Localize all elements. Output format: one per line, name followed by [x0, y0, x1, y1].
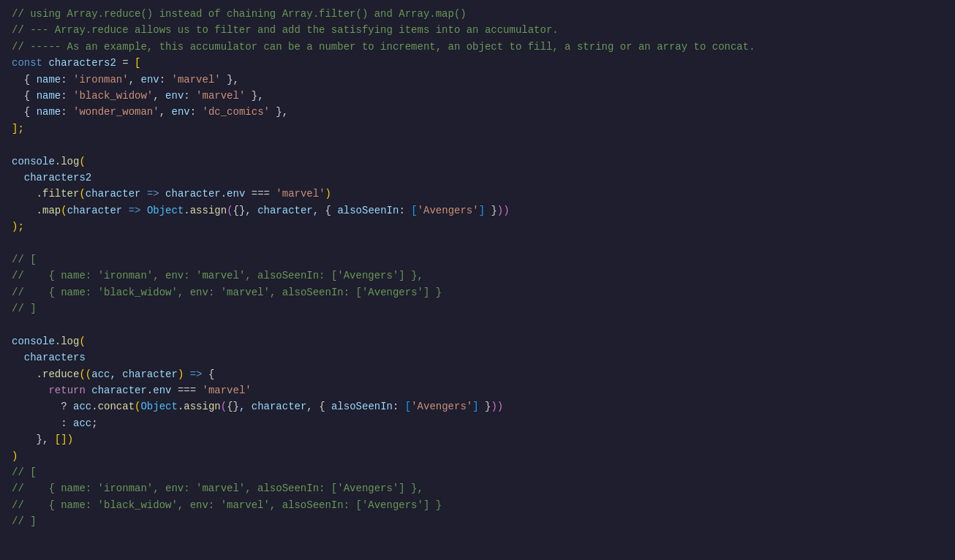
- code-token: env: [190, 284, 208, 300]
- code-token: .: [12, 203, 42, 219]
- code-token: // [: [12, 464, 37, 480]
- code-token: =>: [190, 366, 203, 382]
- code-token: Object: [140, 398, 177, 415]
- code-token: =>: [129, 203, 141, 219]
- code-line: [0, 235, 955, 251]
- code-line: characters2: [0, 170, 955, 186]
- code-token: character: [86, 382, 147, 398]
- code-token: []: [55, 431, 67, 447]
- code-token: },: [12, 431, 55, 447]
- code-token: (: [61, 203, 67, 219]
- code-token: },: [221, 72, 239, 88]
- code-token: {}: [233, 203, 246, 219]
- code-token: log: [61, 154, 79, 170]
- code-token: : 'marvel',: [208, 284, 282, 300]
- code-token: .: [12, 366, 42, 382]
- code-token: name: [61, 284, 86, 300]
- code-token: ((: [79, 366, 91, 382]
- code-token: 'marvel': [276, 186, 325, 202]
- code-token: (: [79, 154, 85, 170]
- code-token: // [: [12, 251, 37, 268]
- code-line: }, []): [0, 431, 955, 447]
- code-token: : ['Avengers'] }: [344, 284, 442, 300]
- code-token: :: [61, 72, 73, 88]
- code-token: [: [405, 398, 411, 415]
- code-token: [12, 104, 24, 120]
- code-token: [140, 186, 146, 202]
- code-line: console.log(: [0, 154, 955, 170]
- code-token: {: [319, 398, 331, 415]
- code-token: const: [12, 55, 42, 71]
- code-line: // ]: [0, 300, 955, 317]
- code-token: .: [178, 398, 184, 415]
- code-line: .reduce((acc, character) => {: [0, 366, 955, 382]
- code-line: return character.env === 'marvel': [0, 382, 955, 398]
- code-token: 'Avengers': [418, 203, 479, 219]
- code-line: [0, 317, 955, 333]
- code-token: .: [55, 333, 61, 349]
- code-token: 'ironman': [73, 72, 129, 88]
- code-token: [12, 382, 48, 398]
- code-token: :: [12, 415, 73, 431]
- code-token: // { name: 'ironman', env: 'marvel', als…: [12, 480, 423, 496]
- code-token: 'dc_comics': [203, 104, 270, 120]
- code-token: acc: [73, 415, 91, 431]
- code-token: {: [24, 88, 37, 104]
- code-token: [12, 88, 24, 104]
- code-token: 'marvel': [172, 72, 221, 88]
- code-token: // ]: [12, 513, 37, 529]
- code-line: ): [0, 448, 955, 464]
- code-token: : 'black_widow',: [86, 284, 190, 300]
- code-token: // ]: [12, 300, 37, 317]
- code-token: (: [79, 186, 85, 202]
- code-token: env: [165, 268, 184, 284]
- code-line: // ----- As an example, this accumulator…: [0, 39, 955, 55]
- code-token: ===: [245, 186, 276, 202]
- code-token: name: [37, 72, 61, 88]
- code-line: // { name: 'black_widow', env: 'marvel',…: [0, 497, 955, 513]
- code-token: 'Avengers': [411, 398, 472, 415]
- code-token: acc, character: [91, 366, 178, 382]
- code-token: .: [221, 186, 227, 202]
- code-token: :: [399, 203, 411, 219]
- code-token: )): [497, 203, 510, 219]
- code-token: : ['Avengers'] },: [319, 268, 423, 284]
- code-token: (: [227, 203, 233, 219]
- code-token: ;: [91, 415, 97, 431]
- code-token: console: [12, 333, 55, 349]
- code-token: {: [203, 366, 215, 382]
- code-token: )): [491, 398, 503, 415]
- code-token: =>: [147, 186, 159, 202]
- code-token: }: [485, 203, 497, 219]
- code-token: (: [79, 333, 85, 349]
- code-token: alsoSeenIn: [331, 398, 393, 415]
- code-token: ,: [129, 72, 141, 88]
- code-token: {: [24, 72, 37, 88]
- code-token: .: [91, 398, 97, 415]
- code-token: // using Array.reduce() instead of chain…: [12, 6, 467, 22]
- code-token: // {: [12, 268, 61, 284]
- code-token: assign: [184, 398, 220, 415]
- code-token: ?: [12, 398, 73, 415]
- code-token: ): [325, 186, 331, 202]
- code-token: [: [135, 55, 140, 71]
- code-line: { name: 'ironman', env: 'marvel' },: [0, 72, 955, 88]
- code-token: Object: [147, 203, 184, 219]
- code-token: :: [61, 104, 73, 120]
- code-line: .filter(character => character.env === '…: [0, 186, 955, 202]
- code-token: // --- Array.reduce allows us to filter …: [12, 22, 559, 38]
- code-token: [140, 203, 146, 219]
- code-token: 'wonder_woman': [73, 104, 159, 120]
- code-token: [122, 203, 128, 219]
- code-token: // { name: 'black_widow', env: 'marvel',…: [12, 497, 442, 513]
- code-line: console.log(: [0, 333, 955, 349]
- code-token: ];: [12, 121, 24, 137]
- code-line: // using Array.reduce() instead of chain…: [0, 6, 955, 22]
- code-token: {}: [227, 398, 239, 415]
- code-line: [0, 137, 955, 153]
- code-line: : acc;: [0, 415, 955, 431]
- code-token: :: [61, 88, 73, 104]
- code-token: :: [184, 88, 196, 104]
- code-line: // ]: [0, 513, 955, 529]
- code-token: characters2: [12, 170, 91, 186]
